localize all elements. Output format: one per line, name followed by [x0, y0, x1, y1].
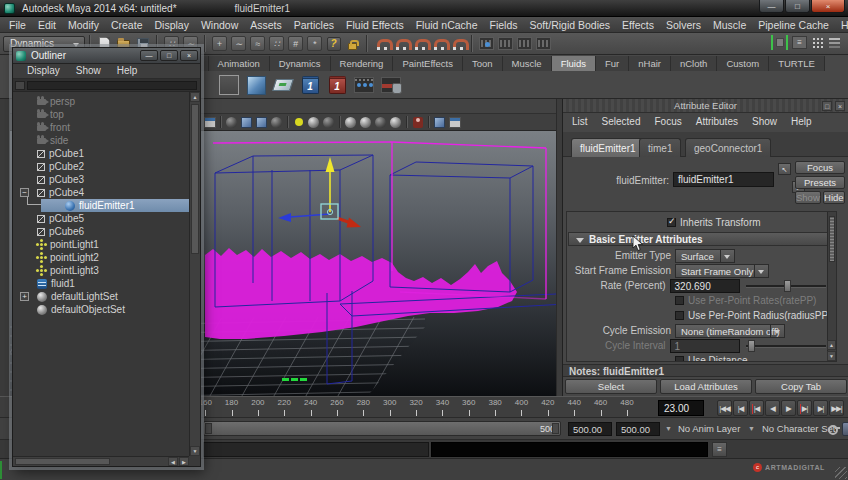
- menu-display[interactable]: Display: [148, 17, 194, 33]
- command-input-field[interactable]: [203, 442, 429, 457]
- separator[interactable]: [471, 35, 473, 52]
- pond-shader-icon[interactable]: 1: [326, 74, 348, 96]
- lattice-mask-icon[interactable]: #: [287, 35, 304, 53]
- show-manipulator-icon[interactable]: [771, 35, 788, 50]
- delete-cache-icon[interactable]: [380, 74, 402, 96]
- xray-mode-icon[interactable]: [433, 115, 446, 129]
- tab-geoconnector1[interactable]: geoConnector1: [685, 138, 771, 157]
- shelf-tab-fluids[interactable]: Fluids: [552, 56, 596, 71]
- camera-attributes-icon[interactable]: [203, 115, 216, 129]
- playback-end-field[interactable]: 500.00: [616, 422, 660, 436]
- outliner-horizontal-scrollbar[interactable]: ◀ ▶: [13, 456, 189, 466]
- menu-solvers[interactable]: Solvers: [660, 17, 707, 33]
- wireframe-on-shaded-icon[interactable]: [448, 115, 461, 129]
- render-mask-icon[interactable]: *: [306, 35, 323, 53]
- menu-particles[interactable]: Particles: [288, 17, 340, 33]
- add-emitter-icon[interactable]: [272, 74, 294, 96]
- ae-menu-focus[interactable]: Focus: [647, 114, 688, 130]
- image-plane-icon[interactable]: [240, 115, 253, 129]
- auto-keyframe-icon[interactable]: [828, 424, 840, 433]
- create-cache-icon[interactable]: [353, 74, 375, 96]
- outliner-item-pcube1[interactable]: pCube1: [13, 147, 189, 160]
- snap-grid-icon[interactable]: [373, 35, 390, 53]
- shelf-tab-painteffects[interactable]: PaintEffects: [393, 56, 463, 71]
- copy-tab-button[interactable]: Copy Tab: [755, 379, 847, 394]
- time-ruler[interactable]: 160 180 200 220 240 260 280 300 320 340 …: [192, 397, 640, 417]
- outliner-search-field[interactable]: [27, 81, 197, 90]
- outliner-item-pcube5[interactable]: pCube5: [13, 212, 189, 225]
- attribute-editor-title[interactable]: Attribute Editor: [563, 99, 848, 113]
- cycle-emission-dropdown[interactable]: None (timeRandom off): [675, 324, 785, 338]
- render-current-frame-icon[interactable]: [478, 35, 495, 53]
- shelf-tab-turtle[interactable]: TURTLE: [769, 56, 825, 71]
- grid-toggle-icon[interactable]: [255, 115, 268, 129]
- textured-mode-icon[interactable]: [322, 115, 335, 129]
- use-per-point-rates-checkbox[interactable]: [675, 296, 684, 305]
- outliner-item-pcube2[interactable]: pCube2: [13, 160, 189, 173]
- float-panel-icon[interactable]: □: [822, 101, 832, 111]
- shadows-icon[interactable]: [374, 115, 387, 129]
- focus-button[interactable]: Focus: [795, 161, 845, 174]
- outliner-item-persp[interactable]: persp: [13, 95, 189, 108]
- close-panel-icon[interactable]: ×: [835, 101, 845, 111]
- outliner-item-pointlight1[interactable]: pointLight1: [13, 238, 189, 251]
- rate-percent-slider[interactable]: [746, 279, 826, 293]
- step-forward-frame-button[interactable]: ▶|: [813, 400, 828, 416]
- search-filter-icon[interactable]: [15, 81, 25, 90]
- menu-fields[interactable]: Fields: [484, 17, 524, 33]
- step-forward-key-button[interactable]: ▶|: [797, 400, 812, 416]
- scroll-up-icon[interactable]: ▲: [190, 92, 200, 102]
- play-forwards-button[interactable]: ▶: [781, 400, 796, 416]
- ipr-render-icon[interactable]: [497, 35, 514, 53]
- snap-curve-icon[interactable]: [392, 35, 409, 53]
- menu-pipeline-cache[interactable]: Pipeline Cache: [752, 17, 835, 33]
- expand-expander-icon[interactable]: +: [20, 292, 29, 301]
- anim-layer-dropdown-icon[interactable]: ▼: [665, 425, 672, 432]
- shelf-tab-rendering[interactable]: Rendering: [331, 56, 394, 71]
- use-per-point-radius-checkbox[interactable]: [675, 311, 684, 320]
- go-to-end-button[interactable]: ▶▶|: [829, 400, 844, 416]
- presets-button[interactable]: Presets: [795, 176, 845, 189]
- outliner-menu-display[interactable]: Display: [19, 63, 68, 79]
- ae-menu-attributes[interactable]: Attributes: [689, 114, 745, 130]
- go-to-start-button[interactable]: |◀◀: [717, 400, 732, 416]
- shelf-tab-animation[interactable]: Animation: [209, 56, 270, 71]
- point-mask-icon[interactable]: ∷: [268, 35, 285, 53]
- menu-effects[interactable]: Effects: [616, 17, 660, 33]
- menu-edit[interactable]: Edit: [32, 17, 62, 33]
- menu-help[interactable]: Help: [835, 17, 848, 33]
- menu-assets[interactable]: Assets: [244, 17, 288, 33]
- animation-preferences-icon[interactable]: [842, 422, 848, 436]
- scroll-left-icon[interactable]: ◀: [168, 457, 178, 466]
- outliner-item-pointlight3[interactable]: pointLight3: [13, 264, 189, 277]
- inherits-transform-checkbox[interactable]: [667, 218, 676, 227]
- scrollbar-thumb[interactable]: [15, 458, 110, 465]
- film-gate-icon[interactable]: [270, 115, 283, 129]
- ae-menu-selected[interactable]: Selected: [595, 114, 648, 130]
- channel-box-toggle-icon[interactable]: [828, 36, 842, 49]
- resize-grip[interactable]: [835, 467, 847, 479]
- hide-button[interactable]: Hide: [823, 191, 845, 204]
- scrollbar-thumb[interactable]: [829, 216, 835, 262]
- render-settings-icon[interactable]: [516, 35, 533, 53]
- outliner-menu-show[interactable]: Show: [68, 63, 109, 79]
- select-button[interactable]: Select: [565, 379, 657, 394]
- menu-fluid-ncache[interactable]: Fluid nCache: [410, 17, 484, 33]
- attribute-editor-toggle-icon[interactable]: ≡: [792, 36, 807, 49]
- maximize-button[interactable]: □: [785, 0, 810, 13]
- outliner-item-pointlight2[interactable]: pointLight2: [13, 251, 189, 264]
- menu-file[interactable]: File: [3, 17, 32, 33]
- outliner-item-fluid1[interactable]: fluid1: [13, 277, 189, 290]
- current-frame-field[interactable]: 23.00: [658, 400, 704, 416]
- outliner-item-top[interactable]: top: [13, 108, 189, 121]
- ambient-occlusion-icon[interactable]: [389, 115, 402, 129]
- outliner-item-fluidemitter1[interactable]: fluidEmitter1: [41, 199, 189, 212]
- highlight-mode-icon[interactable]: ?: [325, 35, 342, 53]
- step-back-key-button[interactable]: |◀: [749, 400, 764, 416]
- show-button[interactable]: Show: [795, 191, 821, 204]
- outliner-item-side[interactable]: side: [13, 134, 189, 147]
- hierarchy-mask-icon[interactable]: ∼: [230, 35, 247, 53]
- outliner-title-bar[interactable]: Outliner — □ ×: [13, 48, 200, 64]
- cycle-interval-field[interactable]: 1: [670, 339, 740, 353]
- menu-soft-rigid-bodies[interactable]: Soft/Rigid Bodies: [524, 17, 617, 33]
